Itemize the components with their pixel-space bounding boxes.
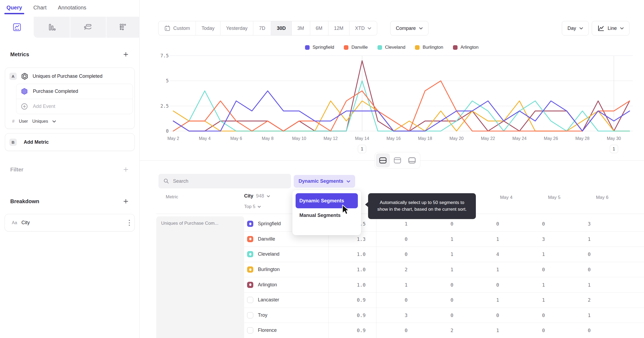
- segment-day-value: 1: [507, 297, 552, 303]
- tab-annotations[interactable]: Annotations: [58, 5, 86, 11]
- segment-checkbox-unchecked[interactable]: [247, 327, 253, 333]
- line-chart-icon: [12, 22, 22, 32]
- segment-day-value: 0: [369, 251, 415, 257]
- metric-a-title-row[interactable]: A Uniques of Purchase Completed: [5, 68, 134, 83]
- range-xtd[interactable]: XTD: [349, 21, 377, 35]
- add-event-label: Add Event: [33, 104, 55, 109]
- segment-day-value: 2: [552, 297, 598, 303]
- metric-cell: Uniques of Purchase Com...: [156, 216, 244, 338]
- segment-name-cell: Lancaster: [244, 297, 324, 303]
- date-column-header[interactable]: May 6: [568, 195, 616, 200]
- annotation-badge[interactable]: 1: [610, 145, 618, 153]
- breakdown-header: Breakdown: [10, 198, 129, 205]
- range-30d[interactable]: 30D: [271, 21, 291, 35]
- range-yesterday[interactable]: Yesterday: [220, 21, 253, 35]
- annotation-badge[interactable]: 1: [358, 145, 366, 153]
- add-filter-plus-icon[interactable]: [123, 166, 129, 173]
- segment-average-value: 1.0: [324, 282, 369, 288]
- text-property-icon: Aa: [12, 220, 17, 225]
- measure-selector[interactable]: # User Uniques: [5, 114, 134, 124]
- segment-day-value: 0: [507, 328, 552, 333]
- segments-mode-button[interactable]: Dynamic Segments: [294, 175, 355, 188]
- add-metric-card[interactable]: B Add Metric: [5, 133, 135, 151]
- segment-day-value: 3: [369, 312, 415, 318]
- table-row: Burlington1.021100: [244, 262, 644, 277]
- segment-day-value: 1: [461, 297, 507, 303]
- range-6m[interactable]: 6M: [310, 21, 328, 35]
- range-7d[interactable]: 7D: [253, 21, 271, 35]
- chevron-down-icon: [620, 27, 624, 30]
- segment-checkbox-checked[interactable]: [247, 251, 253, 257]
- add-metric-plus-icon[interactable]: [123, 51, 129, 58]
- filter-title: Filter: [10, 167, 23, 173]
- breakdown-item-city[interactable]: Aa City: [5, 214, 135, 231]
- chart-type-bar-tab[interactable]: [34, 17, 70, 38]
- filter-header: Filter: [10, 166, 129, 173]
- kebab-menu-icon[interactable]: [129, 219, 130, 226]
- metric-hexagon-icon: [21, 73, 28, 80]
- add-event-row[interactable]: Add Event: [16, 99, 133, 114]
- add-breakdown-plus-icon[interactable]: [123, 198, 129, 205]
- tab-chart[interactable]: Chart: [33, 5, 47, 11]
- segment-day-value: 1: [415, 236, 461, 242]
- segment-checkbox-checked[interactable]: [247, 266, 253, 273]
- segment-search[interactable]: [158, 174, 291, 188]
- chart-type-scatter-tab[interactable]: [106, 17, 140, 38]
- tab-query[interactable]: Query: [6, 5, 22, 11]
- range-12m[interactable]: 12M: [328, 21, 349, 35]
- chevron-down-icon: [52, 120, 56, 123]
- segment-checkbox-checked[interactable]: [247, 221, 253, 227]
- table-row: Arlington1.010011: [244, 277, 644, 293]
- svg-text:May 22: May 22: [481, 136, 495, 141]
- date-column-header[interactable]: May 5: [520, 195, 568, 200]
- segment-checkbox-checked[interactable]: [247, 236, 253, 242]
- range-custom[interactable]: Custom: [158, 21, 196, 35]
- layout-chart-only-button[interactable]: [390, 153, 404, 167]
- segment-day-value: 0: [369, 328, 415, 333]
- chevron-down-icon: [368, 27, 371, 30]
- segment-average-value: 1.0: [324, 267, 369, 272]
- chart-style-label: Line: [608, 26, 617, 31]
- segment-checkbox-checked[interactable]: [247, 282, 253, 288]
- svg-text:May 4: May 4: [199, 136, 211, 141]
- bottom-panel-icon: [408, 157, 416, 164]
- split-view-icon: [379, 157, 387, 164]
- segment-name: Florence: [258, 328, 277, 333]
- segment-checkbox-unchecked[interactable]: [247, 312, 253, 318]
- range-3m[interactable]: 3M: [292, 21, 310, 35]
- group-column-header[interactable]: City 948: [244, 193, 270, 199]
- event-hexagon-icon: [21, 88, 28, 95]
- svg-text:May 8: May 8: [262, 136, 274, 141]
- line-chart[interactable]: 02.557.5May 2May 4May 6May 8May 10May 12…: [140, 49, 644, 147]
- top-n-selector[interactable]: Top 5: [244, 204, 261, 209]
- date-column-header[interactable]: May 4: [472, 195, 520, 200]
- compare-button[interactable]: Compare: [390, 21, 428, 36]
- segment-day-value: 1: [507, 251, 552, 257]
- tooltip-text: Automatically select up to 50 segments t…: [375, 199, 469, 213]
- layout-table-only-button[interactable]: [405, 153, 419, 167]
- group-name: City: [244, 193, 253, 199]
- chevron-down-icon: [419, 27, 423, 30]
- chart-type-flows-tab[interactable]: [70, 17, 106, 38]
- event-row[interactable]: Purchase Completed: [16, 84, 133, 99]
- range-today[interactable]: Today: [196, 21, 220, 35]
- segment-name: Burlington: [258, 267, 280, 272]
- granularity-button[interactable]: Day: [562, 21, 589, 36]
- layout-toggle: [375, 152, 420, 169]
- segment-day-value: 0: [461, 221, 507, 227]
- metrics-header: Metrics: [10, 51, 129, 58]
- search-input[interactable]: [173, 178, 286, 184]
- chart-type-line-tab[interactable]: [0, 17, 34, 38]
- svg-text:May 16: May 16: [386, 136, 401, 141]
- chart-style-button[interactable]: Line: [592, 21, 629, 36]
- table-row: Florence0.902100: [244, 323, 644, 338]
- segment-name-cell: Florence: [244, 327, 324, 333]
- segment-average-value: 1.0: [324, 251, 369, 257]
- tooltip-arrow: [365, 202, 368, 207]
- flows-icon: [83, 22, 93, 32]
- granularity-label: Day: [567, 26, 576, 31]
- segment-day-value: 0: [552, 328, 598, 333]
- segment-checkbox-unchecked[interactable]: [247, 297, 253, 303]
- layout-split-button[interactable]: [376, 153, 390, 167]
- date-column-header[interactable]: May 7: [616, 195, 644, 200]
